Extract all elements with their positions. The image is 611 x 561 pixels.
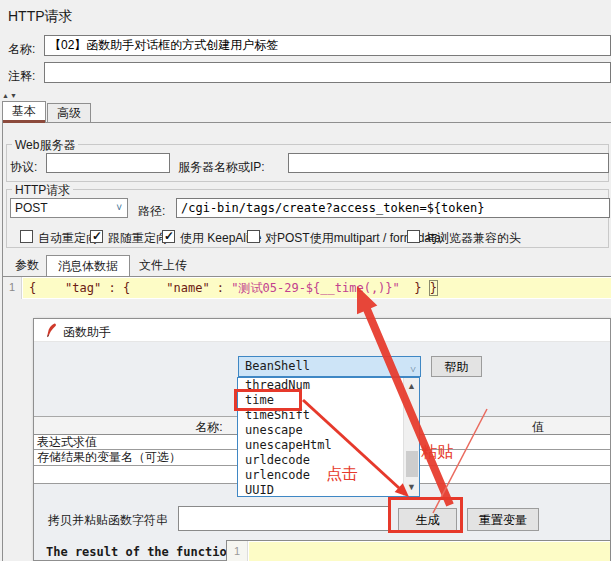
dropdown-item-urlencode[interactable]: urlencode [238,468,419,483]
dropdown-item-UUID[interactable]: UUID [238,483,419,498]
method-value: POST [15,201,48,215]
scroll-up-icon[interactable]: ▲ [404,379,419,394]
jmeter-feather-icon [45,323,57,338]
checkbox-multipart[interactable] [247,230,260,243]
dropdown-item-timeShift[interactable]: timeShift [238,408,419,423]
http-request-legend: HTTP请求 [12,182,73,199]
code-json-prefix: { "tag" : { "name" : [29,281,231,295]
function-dropdown-list: threadNum time timeShift unescape unesca… [237,377,420,497]
tab-parameters[interactable]: 参数 [8,255,46,276]
scrollbar-thumb[interactable] [406,451,418,477]
checkbox-browser-compatible-label: 与浏览器兼容的头 [425,230,521,247]
dropdown-scrollbar[interactable]: ▲ ▼ [403,378,419,496]
function-result-label: The result of the function is [46,545,256,559]
param-row-name: 存储结果的变量名（可选） [37,450,181,464]
chevron-down-icon: ˅ [116,199,122,217]
dialog-titlebar[interactable]: 函数助手 [34,319,610,342]
reset-variables-button[interactable]: 重置变量 [467,508,539,531]
body-data-editor[interactable]: 1 { "tag" : { "name" : "测试05-29-${__time… [3,276,611,299]
dropdown-item-time[interactable]: time [238,393,419,408]
method-select[interactable]: POST ˅ [10,198,128,218]
checkbox-keepalive[interactable] [162,230,175,243]
copy-function-string-input[interactable] [178,506,390,531]
page-title: HTTP请求 [8,8,73,26]
checkbox-browser-compatible-headers[interactable] [407,230,420,243]
copy-function-string-label: 拷贝并粘贴函数字符串 [48,512,168,529]
editor-line-number: 1 [3,277,22,299]
code-caret-brace: } [429,280,438,296]
scroll-down-icon[interactable]: ▼ [404,480,419,495]
dialog-title: 函数助手 [63,324,111,341]
param-row-value-cell[interactable] [424,450,610,465]
comment-input[interactable] [44,62,611,83]
name-input[interactable] [44,35,611,56]
help-button[interactable]: 帮助 [431,356,482,377]
dropdown-item-unescape[interactable]: unescape [238,423,419,438]
dropdown-item-unescapeHtml[interactable]: unescapeHtml [238,438,419,453]
result-active-line [249,542,610,561]
comment-label: 注释: [8,68,35,85]
web-server-legend: Web服务器 [12,137,78,154]
param-row-value-cell[interactable] [424,435,610,449]
tab-basic[interactable]: 基本 [2,101,46,123]
tab-files-upload[interactable]: 文件上传 [130,255,196,276]
dropdown-item-urldecode[interactable]: urldecode [238,453,419,468]
checkbox-follow-redirect[interactable] [90,230,103,243]
checkbox-follow-auto-redirect[interactable] [20,230,33,243]
path-label: 路径: [138,203,165,220]
checkbox-auto-redirect-label: 自动重定向 [38,230,98,247]
function-result-editor[interactable]: 1 [226,540,611,561]
checkbox-follow-redirect-label: 跟随重定向 [108,230,168,247]
param-value-header: 值 [488,419,588,436]
code-json-string: "测试05-29-${__time(,)}" [231,281,400,295]
dropdown-item-threadNum[interactable]: threadNum [238,378,419,393]
server-label: 服务器名称或IP: [178,159,265,176]
code-json-mid: } [400,281,429,295]
protocol-label: 协议: [10,159,37,176]
editor-active-line[interactable]: { "tag" : { "name" : "测试05-29-${__time(,… [23,278,611,298]
server-input[interactable] [288,153,609,173]
path-input[interactable] [176,198,610,218]
function-select-combobox[interactable]: BeanShell ˅ [238,356,421,377]
tab-advanced[interactable]: 高级 [47,103,91,123]
function-select-value: BeanShell [245,359,310,373]
name-label: 名称: [8,41,35,58]
param-row-name: 表达式求值 [37,435,97,449]
tab-body-data[interactable]: 消息体数据 [46,255,130,276]
jmeter-http-request-panel: HTTP请求 名称: 注释: ▲▼ 基本 高级 Web服务器 协议: 服务器名称… [0,0,611,561]
generate-button[interactable]: 生成 [398,508,457,532]
protocol-input[interactable] [46,153,170,173]
result-line-number: 1 [227,541,248,561]
splitpane-collapse-arrows[interactable]: ▲▼ [2,92,18,99]
